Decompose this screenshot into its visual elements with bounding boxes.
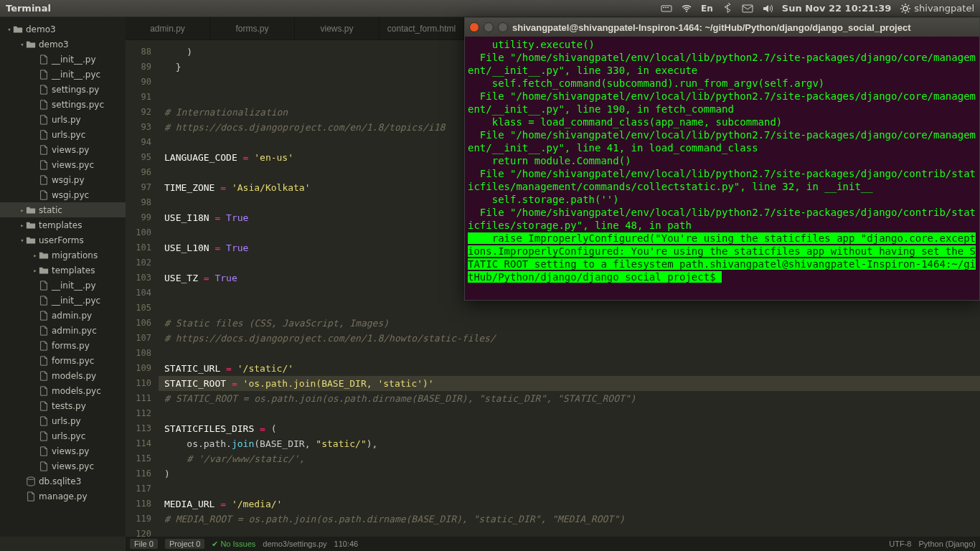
- tree-item[interactable]: ▸static: [0, 202, 126, 217]
- tree-item[interactable]: urls.py: [0, 112, 126, 127]
- code-line[interactable]: # STATIC_ROOT = os.path.join(os.path.dir…: [164, 391, 980, 406]
- editor-tab[interactable]: contact_form.html: [380, 17, 464, 40]
- tree-item[interactable]: ▾demo3: [0, 22, 126, 37]
- tree-item[interactable]: __init__.pyc: [0, 293, 126, 308]
- user-menu[interactable]: shivangpatel: [900, 3, 974, 14]
- tree-item-label: tests.py: [52, 401, 86, 411]
- tree-item-label: views.py: [52, 446, 89, 456]
- project-issues-pill[interactable]: Project 0: [165, 539, 204, 549]
- code-line[interactable]: STATIC_ROOT = 'os.path.join(BASE_DIR, 's…: [159, 376, 980, 391]
- terminal-window[interactable]: shivangpatel@shivangpatel-Inspiron-1464:…: [464, 17, 980, 301]
- tree-item[interactable]: models.py: [0, 368, 126, 383]
- tree-item[interactable]: __init__.py: [0, 52, 126, 67]
- volume-icon[interactable]: [762, 3, 773, 14]
- code-line[interactable]: # MEDIA_ROOT = os.path.join(os.path.dirn…: [164, 512, 980, 527]
- tree-item[interactable]: db.sqlite3: [0, 474, 126, 489]
- tree-item[interactable]: settings.pyc: [0, 97, 126, 112]
- tree-item[interactable]: admin.pyc: [0, 323, 126, 338]
- tree-item[interactable]: admin.py: [0, 308, 126, 323]
- code-line[interactable]: [164, 481, 980, 496]
- code-line[interactable]: [164, 406, 980, 421]
- terminal-line: return module.Command(): [468, 155, 631, 166]
- code-line[interactable]: os.path.join(BASE_DIR, "static/"),: [164, 436, 980, 451]
- minimize-icon[interactable]: [484, 22, 494, 32]
- code-line[interactable]: ): [164, 466, 980, 481]
- file-icon: [39, 85, 49, 95]
- bluetooth-icon[interactable]: [722, 3, 733, 14]
- tree-item-label: forms.py: [52, 341, 90, 351]
- file-icon: [39, 160, 49, 170]
- caret-icon: ▾: [19, 41, 26, 48]
- terminal-titlebar[interactable]: shivangpatel@shivangpatel-Inspiron-1464:…: [465, 18, 979, 37]
- terminal-body[interactable]: utility.execute() File "/home/shivangpat…: [465, 37, 979, 300]
- tree-item-label: urls.py: [52, 416, 81, 426]
- tree-item-label: models.pyc: [52, 386, 101, 396]
- tree-item[interactable]: wsgi.pyc: [0, 187, 126, 202]
- keyboard-icon[interactable]: [661, 3, 672, 14]
- tree-item[interactable]: ▸templates: [0, 217, 126, 232]
- tree-item[interactable]: forms.pyc: [0, 353, 126, 368]
- status-bar: File 0 Project 0 ✔ No Issues demo3/setti…: [126, 537, 980, 551]
- file-icon: [39, 341, 49, 351]
- code-line[interactable]: # Static files (CSS, JavaScript, Images): [164, 316, 980, 331]
- folder-icon: [13, 24, 23, 34]
- tree-item[interactable]: ▾demo3: [0, 37, 126, 52]
- tree-item-label: __init__.pyc: [52, 70, 100, 80]
- clock[interactable]: Sun Nov 22 10:21:39: [782, 3, 892, 14]
- editor-tab[interactable]: views.py: [295, 17, 380, 40]
- tree-item-label: wsgi.pyc: [52, 190, 89, 200]
- wifi-icon[interactable]: [681, 3, 692, 14]
- caret-icon: ▸: [32, 252, 39, 259]
- terminal-line: utility.execute(): [468, 39, 595, 50]
- file-icon: [39, 175, 49, 185]
- line-gutter: 8889909192939495969798991001011021031041…: [126, 40, 159, 537]
- code-line[interactable]: # '/var/www/static/',: [164, 451, 980, 466]
- editor-tab[interactable]: forms.py: [210, 17, 295, 40]
- tree-item[interactable]: models.pyc: [0, 383, 126, 398]
- encoding[interactable]: UTF-8: [889, 540, 911, 548]
- tree-item[interactable]: ▾userForms: [0, 232, 126, 248]
- terminal-line: klass = load_command_class(app_name, sub…: [468, 116, 782, 128]
- tree-item[interactable]: urls.pyc: [0, 127, 126, 142]
- maximize-icon[interactable]: [498, 22, 508, 32]
- folder-icon: [39, 250, 49, 260]
- language-mode[interactable]: Python (Django): [919, 540, 976, 548]
- close-icon[interactable]: [469, 22, 479, 32]
- tree-item[interactable]: __init__.py: [0, 278, 126, 293]
- code-line[interactable]: MEDIA_URL = '/media/': [164, 496, 980, 512]
- tree-item-label: demo3: [26, 24, 56, 34]
- cursor-position: 110:46: [334, 540, 359, 548]
- code-line[interactable]: # https://docs.djangoproject.com/en/1.8/…: [164, 331, 980, 346]
- tree-item[interactable]: views.pyc: [0, 157, 126, 172]
- tree-item[interactable]: urls.pyc: [0, 428, 126, 443]
- tree-item[interactable]: __init__.pyc: [0, 67, 126, 82]
- file-icon: [39, 371, 49, 381]
- caret-icon: ▾: [19, 237, 26, 244]
- tree-item[interactable]: urls.py: [0, 413, 126, 428]
- tree-item[interactable]: views.py: [0, 142, 126, 157]
- file-tree[interactable]: ▾demo3▾demo3__init__.py__init__.pycsetti…: [0, 17, 126, 537]
- language-indicator[interactable]: En: [701, 3, 713, 14]
- code-line[interactable]: [164, 301, 980, 316]
- code-line[interactable]: [164, 346, 980, 361]
- tree-item[interactable]: ▸migrations: [0, 248, 126, 263]
- tree-item[interactable]: views.py: [0, 443, 126, 458]
- tree-item[interactable]: forms.py: [0, 338, 126, 353]
- code-line[interactable]: STATICFILES_DIRS = (: [164, 421, 980, 436]
- mail-icon[interactable]: [742, 3, 753, 14]
- editor-tab[interactable]: admin.py: [126, 17, 210, 40]
- tree-item[interactable]: settings.py: [0, 82, 126, 97]
- folder-icon: [26, 220, 36, 230]
- system-tray: En Sun Nov 22 10:21:39 shivangpatel: [661, 3, 974, 14]
- tree-item[interactable]: views.pyc: [0, 458, 126, 474]
- tree-item[interactable]: tests.py: [0, 398, 126, 413]
- file-icon: [39, 461, 49, 471]
- code-line[interactable]: STATIC_URL = '/static/': [164, 361, 980, 376]
- file-icon: [39, 401, 49, 411]
- tree-item[interactable]: ▸templates: [0, 263, 126, 278]
- code-line[interactable]: [164, 527, 980, 537]
- tree-item[interactable]: manage.py: [0, 489, 126, 504]
- file-issues-pill[interactable]: File 0: [130, 539, 158, 549]
- caret-icon: ▾: [6, 26, 13, 33]
- tree-item[interactable]: wsgi.py: [0, 172, 126, 187]
